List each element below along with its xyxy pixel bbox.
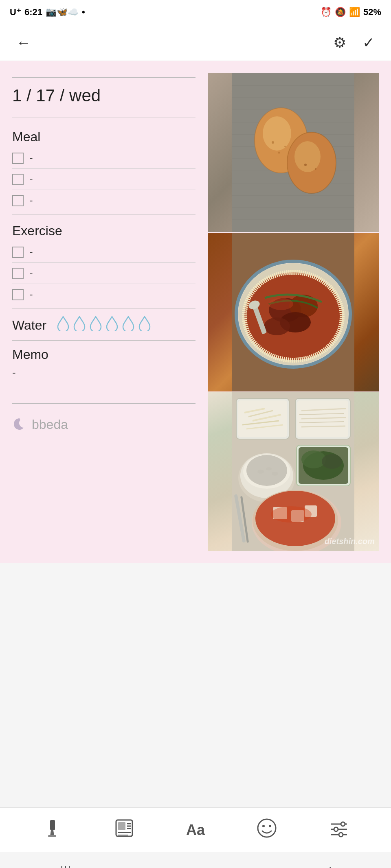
svg-point-73 — [271, 506, 312, 523]
date-heading: 1 / 17 / wed — [12, 82, 196, 105]
memo-content[interactable]: - — [12, 366, 196, 379]
svg-point-61 — [246, 455, 287, 486]
brand-logo-icon — [12, 416, 27, 433]
svg-rect-80 — [118, 822, 125, 830]
brand-name-label: bbeda — [32, 417, 68, 432]
water-label: Water — [12, 318, 53, 333]
settings-button[interactable]: ⚙ — [333, 34, 346, 51]
svg-point-88 — [269, 825, 271, 827]
emoji-icon[interactable] — [257, 818, 277, 842]
right-panel: dietshin.com — [208, 73, 379, 551]
nav-recent-button[interactable]: ◁ — [321, 864, 331, 868]
confirm-button[interactable]: ✓ — [362, 34, 375, 51]
notification-icons: 📷🦋☁️ — [46, 7, 79, 17]
exercise-checkbox-3[interactable] — [12, 289, 24, 300]
exercise-title: Exercise — [12, 223, 196, 238]
water-drop-3[interactable] — [90, 316, 102, 335]
meal-checkbox-2[interactable] — [12, 174, 24, 185]
blank-area — [0, 563, 391, 807]
dot-indicator: • — [82, 7, 85, 17]
brush-icon[interactable] — [42, 818, 62, 842]
meal-text-3: - — [29, 194, 33, 207]
brand-row: bbeda — [12, 416, 196, 433]
water-drop-4[interactable] — [106, 316, 118, 335]
main-content: 1 / 17 / wed Meal - - - Exercise - — [0, 61, 391, 563]
nav-home-button[interactable]: ○ — [192, 863, 201, 868]
svg-point-94 — [339, 833, 343, 837]
meal-item-1[interactable]: - — [12, 148, 196, 169]
status-left: U⁺ 6:21 📷🦋☁️ • — [10, 7, 85, 17]
status-bar: U⁺ 6:21 📷🦋☁️ • ⏰ 🔕 📶 52% — [0, 0, 391, 24]
meal-text-2: - — [29, 173, 33, 186]
exercise-item-1[interactable]: - — [12, 242, 196, 263]
svg-point-92 — [334, 827, 338, 831]
svg-point-24 — [304, 164, 307, 166]
bottom-toolbar: Aa — [0, 807, 391, 852]
water-drop-6[interactable] — [138, 316, 151, 335]
exercise-item-3[interactable]: - — [12, 284, 196, 305]
svg-rect-78 — [48, 835, 56, 837]
time-label: 6:21 — [24, 7, 42, 17]
date-divider — [12, 118, 196, 118]
exercise-text-1: - — [29, 246, 33, 258]
svg-point-86 — [258, 819, 276, 837]
photo-eggs[interactable] — [208, 73, 379, 232]
meal-text-1: - — [29, 152, 33, 164]
battery-label: 52% — [363, 7, 381, 17]
bottom-divider — [12, 403, 196, 404]
alarm-icon: ⏰ — [321, 7, 332, 17]
mute-icon: 🔕 — [335, 7, 346, 17]
water-drop-5[interactable] — [122, 316, 134, 335]
top-divider — [12, 77, 196, 78]
water-section: Water — [12, 310, 196, 341]
water-drops[interactable] — [57, 316, 151, 335]
svg-point-66 — [322, 454, 342, 469]
top-toolbar: ← ⚙ ✓ — [0, 24, 391, 61]
meal-section: Meal - - - — [12, 122, 196, 214]
nav-back-button[interactable]: ||| — [60, 864, 72, 868]
svg-line-54 — [301, 426, 345, 427]
exercise-text-2: - — [29, 267, 33, 280]
photo-braised[interactable] — [208, 233, 379, 391]
svg-point-21 — [272, 141, 274, 144]
exercise-checkbox-2[interactable] — [12, 268, 24, 279]
sliders-icon[interactable] — [329, 818, 349, 842]
exercise-section: Exercise - - - — [12, 216, 196, 308]
meal-item-3[interactable]: - — [12, 190, 196, 211]
meal-item-2[interactable]: - — [12, 169, 196, 190]
left-panel: 1 / 17 / wed Meal - - - Exercise - — [12, 73, 208, 551]
exercise-item-2[interactable]: - — [12, 263, 196, 284]
exercise-checkbox-1[interactable] — [12, 247, 24, 258]
svg-point-38 — [269, 298, 293, 310]
status-right: ⏰ 🔕 📶 52% — [321, 7, 381, 17]
carrier-label: U⁺ — [10, 7, 21, 17]
image-text-icon[interactable] — [114, 818, 134, 842]
svg-point-16 — [263, 116, 291, 151]
svg-point-90 — [341, 822, 345, 826]
meal-checkbox-1[interactable] — [12, 153, 24, 164]
svg-point-23 — [278, 152, 280, 154]
wifi-icon: 📶 — [349, 7, 360, 17]
meal-checkbox-3[interactable] — [12, 195, 24, 206]
svg-point-35 — [264, 317, 290, 335]
photo-sidedishes[interactable]: dietshin.com — [208, 392, 379, 551]
exercise-text-3: - — [29, 288, 33, 301]
svg-point-25 — [315, 168, 316, 170]
watermark-text: dietshin.com — [325, 537, 375, 546]
memo-title: Memo — [12, 347, 196, 362]
water-drop-2[interactable] — [73, 316, 86, 335]
back-button[interactable]: ← — [16, 34, 31, 51]
meal-title: Meal — [12, 129, 196, 144]
memo-section: Memo - — [12, 347, 196, 379]
svg-point-87 — [262, 825, 265, 827]
font-icon[interactable]: Aa — [186, 822, 205, 839]
svg-point-19 — [294, 141, 321, 172]
nav-bar: ||| ○ ◁ — [0, 852, 391, 868]
water-drop-1[interactable] — [57, 316, 69, 335]
svg-rect-76 — [50, 820, 55, 830]
svg-point-22 — [284, 146, 286, 147]
